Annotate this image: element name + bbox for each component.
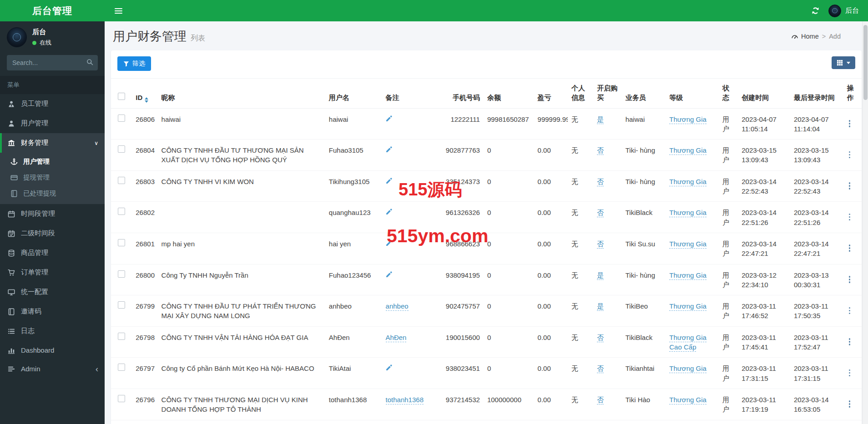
brand-logo[interactable]: 后台管理: [0, 0, 105, 21]
level-link[interactable]: Thương Gia: [669, 364, 707, 373]
cell-nickname: mp hai yen: [158, 233, 325, 264]
row-actions-icon[interactable]: [847, 275, 853, 284]
list-icon: [7, 328, 15, 335]
navbar-user-menu[interactable]: 后台: [828, 5, 859, 17]
cell-created-time: 2023-03-14 22:51:26: [738, 202, 790, 233]
row-actions-icon[interactable]: [847, 244, 853, 253]
toggle-buy-link[interactable]: 否: [597, 334, 604, 342]
edit-note-icon[interactable]: [386, 364, 393, 371]
row-actions-icon[interactable]: [847, 213, 853, 222]
select-all-checkbox[interactable]: [118, 93, 125, 100]
cell-buy-enabled: 是: [593, 264, 621, 295]
cell-profit: 0.00: [534, 233, 568, 264]
cell-personal-info: 无: [568, 170, 593, 202]
toggle-buy-link[interactable]: 否: [597, 146, 604, 155]
sidebar-item[interactable]: 统一配置: [0, 282, 105, 302]
row-checkbox[interactable]: [118, 145, 125, 153]
sidebar-item[interactable]: 时间段管理: [0, 204, 105, 224]
row-checkbox[interactable]: [118, 395, 125, 402]
row-checkbox[interactable]: [118, 208, 125, 215]
scrollbar-thumb[interactable]: [863, 25, 868, 100]
column-header[interactable]: ID: [132, 79, 157, 108]
cell-balance: 0: [484, 202, 534, 233]
toggle-buy-link[interactable]: 是: [597, 115, 604, 124]
row-checkbox[interactable]: [118, 239, 125, 246]
breadcrumb-home-link[interactable]: Home: [791, 33, 819, 40]
sidebar-item[interactable]: 订单管理: [0, 263, 105, 282]
table-columns-button[interactable]: [832, 56, 855, 69]
sidebar-item[interactable]: Dashboard: [0, 341, 105, 359]
sidebar-item[interactable]: 员工管理: [0, 94, 105, 114]
level-link[interactable]: Thương Gia: [669, 271, 707, 280]
row-checkbox[interactable]: [118, 270, 125, 278]
cell-created-time: 2023-03-11 17:19:19: [738, 389, 790, 420]
sidebar-item[interactable]: 邀请码: [0, 302, 105, 321]
level-link[interactable]: Thương Gia: [669, 209, 707, 217]
row-actions-icon[interactable]: [847, 337, 853, 346]
row-checkbox[interactable]: [118, 301, 125, 309]
sidebar-subitem[interactable]: 用户管理: [0, 154, 105, 170]
note-link[interactable]: tothanh1368: [386, 396, 424, 404]
level-link[interactable]: Thương Gia: [669, 178, 707, 186]
cell-personal-info: 无: [568, 389, 593, 420]
row-actions-icon[interactable]: [847, 150, 853, 160]
edit-note-icon[interactable]: [386, 271, 393, 278]
table-row: 26803 CÔNG TY TNHH VI KIM WON Tikihung31…: [111, 170, 862, 202]
level-link[interactable]: Thương Gia: [669, 240, 707, 249]
toggle-buy-link[interactable]: 否: [597, 178, 604, 186]
edit-note-icon[interactable]: [386, 115, 393, 122]
cell-username: TikiAtai: [325, 358, 382, 389]
cell-nickname: CÔNG TY TNHH ĐẦU TƯ THƯƠNG MẠI SẢN XUẤT …: [158, 140, 325, 171]
refresh-button[interactable]: [812, 7, 819, 15]
toggle-buy-link[interactable]: 否: [597, 396, 604, 404]
row-actions-icon[interactable]: [847, 369, 853, 378]
level-link[interactable]: Thương Gia: [669, 115, 707, 124]
level-link[interactable]: Thương Gia: [669, 396, 707, 404]
search-input[interactable]: [7, 55, 98, 70]
note-link[interactable]: anhbeo: [386, 302, 409, 311]
row-actions-icon[interactable]: [847, 306, 853, 315]
row-checkbox[interactable]: [118, 177, 125, 184]
cell-status: 用户: [719, 170, 738, 202]
row-actions-icon[interactable]: [847, 181, 853, 190]
row-actions-icon[interactable]: [847, 119, 853, 128]
row-checkbox[interactable]: [118, 333, 125, 340]
level-link[interactable]: Thương Gia: [669, 146, 707, 155]
column-header: 备注: [382, 79, 433, 108]
edit-note-icon[interactable]: [386, 208, 393, 215]
sidebar-toggle-button[interactable]: [112, 5, 125, 16]
toggle-buy-link[interactable]: 否: [597, 240, 604, 249]
level-link[interactable]: Thương Gia: [669, 302, 707, 311]
edit-note-icon[interactable]: [386, 177, 393, 184]
sidebar-item[interactable]: 财务管理∨: [0, 133, 105, 153]
sidebar-subitem[interactable]: 已处理提现: [0, 185, 105, 201]
filter-button[interactable]: 筛选: [117, 56, 151, 71]
cell-nickname: CÔNG TY TNHH THƯƠNG MẠI DỊCH VỤ KINH DOA…: [158, 389, 325, 420]
sidebar-item[interactable]: 二级时间段: [0, 224, 105, 243]
toggle-buy-link[interactable]: 否: [597, 209, 604, 217]
row-actions-icon[interactable]: [847, 399, 853, 409]
cell-level: Thương Gia Cao Cấp: [666, 326, 719, 358]
sidebar-item-label: Dashboard: [21, 346, 54, 354]
cell-balance: 99981650287: [484, 108, 534, 140]
sidebar-item[interactable]: Admin‹: [0, 359, 105, 378]
search-icon: [86, 59, 93, 65]
row-checkbox[interactable]: [118, 115, 125, 122]
cell-agent: Tiki- hùng: [622, 170, 666, 202]
toggle-buy-link[interactable]: 是: [597, 271, 604, 280]
row-checkbox[interactable]: [118, 364, 125, 371]
database-icon: [7, 249, 15, 257]
toggle-buy-link[interactable]: 是: [597, 302, 604, 311]
sidebar-item[interactable]: 商品管理: [0, 243, 105, 263]
cell-buy-enabled: 是: [593, 295, 621, 327]
note-link[interactable]: AhĐen: [386, 334, 407, 342]
sidebar-subitem[interactable]: 提现管理: [0, 170, 105, 185]
sidebar-item[interactable]: 用户管理: [0, 114, 105, 133]
edit-note-icon[interactable]: [386, 239, 393, 246]
level-link[interactable]: Thương Gia Cao Cấp: [669, 334, 707, 352]
edit-note-icon[interactable]: [386, 146, 393, 153]
chevron-down-icon: ∨: [94, 140, 98, 146]
cell-id: 26800: [132, 264, 157, 295]
sidebar-item[interactable]: 日志: [0, 321, 105, 341]
toggle-buy-link[interactable]: 否: [597, 364, 604, 373]
